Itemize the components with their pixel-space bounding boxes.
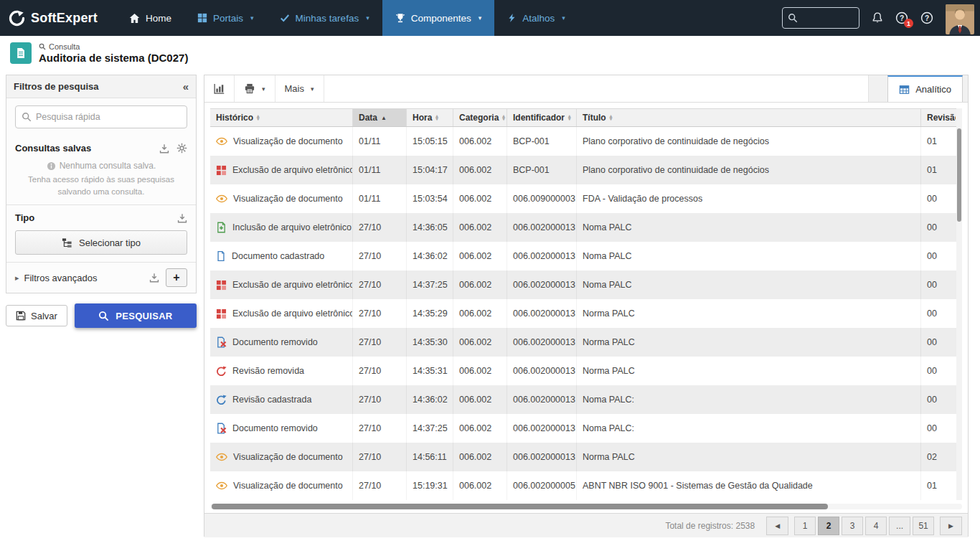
view-document-icon (216, 451, 227, 463)
results-toolbar: ▾ Mais ▾ Analítico (204, 75, 968, 103)
table-row[interactable]: Inclusão de arquivo eletrônico27/1014:36… (210, 213, 956, 242)
column-header-identificador[interactable]: Identificador▴▾ (507, 109, 577, 126)
components-icon (395, 13, 405, 23)
page-button-51[interactable]: 51 (913, 517, 934, 535)
print-button[interactable]: ▾ (235, 75, 275, 102)
cell-identificador: 006.002000013 (507, 299, 577, 328)
notifications-bell-icon[interactable] (872, 12, 883, 24)
chevron-down-icon: ▾ (311, 85, 314, 93)
cell-titulo: Norma PALC (577, 443, 921, 471)
page-ellipsis[interactable]: ... (889, 517, 910, 535)
table-row[interactable]: Documento cadastrado27/1014:36:02006.002… (210, 242, 956, 270)
column-header-historico[interactable]: Histórico▴▾ (210, 109, 353, 126)
app-root: SoftExpert HomePortais▾Minhas tarefas▾Co… (0, 0, 980, 551)
document-icon (216, 250, 226, 262)
table-row[interactable]: Documento removido27/1014:35:30006.00200… (210, 328, 956, 357)
top-navbar: SoftExpert HomePortais▾Minhas tarefas▾Co… (0, 0, 980, 36)
user-avatar[interactable] (946, 4, 974, 34)
printer-icon (244, 83, 255, 94)
home-icon (129, 13, 140, 24)
next-page-button[interactable]: ▶ (940, 517, 962, 535)
download-icon[interactable] (149, 273, 159, 283)
vertical-scrollbar-thumb[interactable] (957, 128, 961, 222)
nav-item-minhas-tarefas[interactable]: Minhas tarefas▾ (267, 0, 382, 36)
column-label: Hora (413, 113, 432, 123)
cell-categoria: 006.002 (453, 471, 507, 500)
more-actions-button[interactable]: Mais ▾ (275, 75, 324, 102)
bell-icon (872, 12, 883, 24)
cell-hora: 14:36:02 (407, 385, 453, 414)
empty-message: Nenhuma consulta salva. (15, 161, 187, 171)
cell-data: 27/10 (353, 471, 407, 500)
cell-categoria: 006.002 (453, 328, 507, 357)
cell-historico: Documento removido (210, 328, 353, 357)
table-row[interactable]: Visualização de documento27/1015:19:3100… (210, 471, 956, 500)
chart-view-button[interactable] (204, 75, 235, 102)
horizontal-scrollbar-thumb[interactable] (212, 504, 828, 509)
page-button-1[interactable]: 1 (794, 517, 816, 535)
column-header-data[interactable]: Data▲ (353, 109, 407, 126)
nav-item-componentes[interactable]: Componentes▾ (382, 0, 495, 36)
cell-hora: 14:37:25 (407, 270, 453, 299)
save-button[interactable]: Salvar (6, 305, 67, 326)
table-row[interactable]: Visualização de documento01/1115:05:1500… (210, 127, 956, 156)
cell-hora: 14:56:11 (407, 443, 453, 471)
help-icon[interactable]: ? (920, 11, 933, 24)
advanced-filters-toggle[interactable]: ▸ Filtros avançados + (6, 263, 196, 293)
softexpert-logo-icon (9, 10, 25, 27)
nav-item-atalhos[interactable]: Atalhos▾ (494, 0, 578, 36)
global-search[interactable] (782, 7, 859, 29)
collapse-sidebar-icon[interactable]: « (183, 81, 189, 92)
page-button-4[interactable]: 4 (865, 517, 887, 535)
quick-search-input[interactable] (36, 112, 181, 122)
nav-item-portais[interactable]: Portais▾ (184, 0, 267, 36)
cell-revisao: 00 (921, 184, 956, 213)
column-header-revisao[interactable]: Revisão▴▾ (921, 109, 956, 126)
total-records: Total de registros: 2538 (665, 521, 755, 531)
cell-identificador: BCP-001 (507, 156, 577, 184)
more-button-label: Mais (285, 83, 304, 94)
document-badge-icon (15, 47, 27, 59)
nav-item-home[interactable]: Home (116, 0, 184, 36)
download-icon[interactable] (177, 213, 187, 223)
column-header-titulo[interactable]: Título▴▾ (577, 109, 921, 126)
cell-identificador: 006.002000013 (507, 270, 577, 299)
tasks-icon (280, 13, 290, 23)
cell-hora: 15:05:15 (407, 127, 453, 156)
event-label: Exclusão de arquivo eletrônico (232, 165, 353, 175)
cell-identificador: 006.002000013 (507, 385, 577, 414)
nav-item-label: Home (146, 13, 171, 24)
page-button-3[interactable]: 3 (842, 517, 863, 535)
column-header-hora[interactable]: Hora▴▾ (407, 109, 453, 126)
cell-revisao: 00 (921, 385, 956, 414)
global-search-input[interactable] (801, 13, 854, 24)
results-footer: Total de registros: 2538 ◀1234...51▶ (204, 513, 968, 537)
tab-analitico[interactable]: Analítico (887, 75, 963, 102)
table-body: Visualização de documento01/1115:05:1500… (210, 127, 962, 500)
gear-icon[interactable] (176, 143, 187, 154)
select-type-button[interactable]: Selecionar tipo (15, 230, 187, 255)
cell-data: 01/11 (353, 156, 407, 184)
table-row[interactable]: Exclusão de arquivo eletrônico27/1014:35… (210, 299, 956, 328)
table-row[interactable]: Exclusão de arquivo eletrônico27/1014:37… (210, 270, 956, 299)
table-row[interactable]: Revisão removida27/1014:35:31006.002006.… (210, 357, 956, 385)
support-icon[interactable]: ? 1 (895, 11, 908, 24)
quick-search-box[interactable] (15, 105, 187, 128)
table-row[interactable]: Visualização de documento01/1115:03:5400… (210, 184, 956, 213)
cell-historico: Visualização de documento (210, 127, 353, 156)
page-button-2[interactable]: 2 (818, 517, 839, 535)
column-header-categoria[interactable]: Categoria▴▾ (453, 109, 507, 126)
prev-page-button[interactable]: ◀ (766, 517, 788, 535)
download-icon[interactable] (159, 143, 169, 154)
add-filter-button[interactable]: + (166, 268, 187, 287)
brand-logo[interactable]: SoftExpert (0, 10, 116, 27)
search-button[interactable]: PESQUISAR (75, 303, 197, 328)
cell-historico: Visualização de documento (210, 443, 353, 471)
table-row[interactable]: Revisão cadastrada27/1014:36:02006.00200… (210, 385, 956, 414)
sort-icon: ▴▾ (610, 115, 613, 121)
table-row[interactable]: Visualização de documento27/1014:56:1100… (210, 443, 956, 471)
event-label: Revisão cadastrada (232, 395, 311, 405)
table-row[interactable]: Documento removido27/1014:37:25006.00200… (210, 414, 956, 443)
table-row[interactable]: Exclusão de arquivo eletrônico01/1115:04… (210, 156, 956, 184)
advanced-filters-label: Filtros avançados (24, 273, 98, 283)
